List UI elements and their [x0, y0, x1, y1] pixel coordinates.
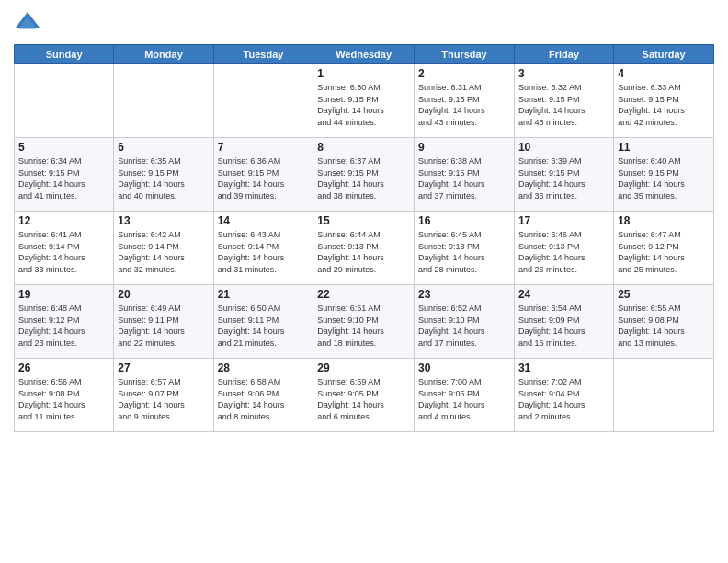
calendar-table: SundayMondayTuesdayWednesdayThursdayFrid…	[14, 44, 714, 432]
calendar-cell: 30Sunrise: 7:00 AM Sunset: 9:05 PM Dayli…	[414, 359, 514, 432]
day-number: 16	[418, 214, 510, 227]
day-info: Sunrise: 6:48 AM Sunset: 9:12 PM Dayligh…	[18, 303, 109, 349]
day-info: Sunrise: 6:38 AM Sunset: 9:15 PM Dayligh…	[418, 155, 510, 201]
day-info: Sunrise: 6:58 AM Sunset: 9:06 PM Dayligh…	[218, 376, 310, 422]
calendar-cell: 27Sunrise: 6:57 AM Sunset: 9:07 PM Dayli…	[114, 359, 213, 432]
day-number: 10	[518, 141, 609, 154]
day-number: 24	[518, 288, 609, 301]
logo-icon	[14, 9, 41, 37]
week-row-2: 5Sunrise: 6:34 AM Sunset: 9:15 PM Daylig…	[15, 138, 714, 212]
week-row-1: 1Sunrise: 6:30 AM Sunset: 9:15 PM Daylig…	[15, 64, 714, 138]
calendar-cell: 25Sunrise: 6:55 AM Sunset: 9:08 PM Dayli…	[614, 285, 714, 359]
week-row-5: 26Sunrise: 6:56 AM Sunset: 9:08 PM Dayli…	[15, 359, 714, 432]
day-number: 3	[518, 67, 609, 80]
day-info: Sunrise: 6:55 AM Sunset: 9:08 PM Dayligh…	[618, 303, 710, 349]
day-number: 7	[218, 141, 310, 154]
day-number: 22	[317, 288, 410, 301]
day-info: Sunrise: 6:44 AM Sunset: 9:13 PM Dayligh…	[317, 229, 410, 275]
day-number: 19	[18, 288, 109, 301]
day-info: Sunrise: 6:54 AM Sunset: 9:09 PM Dayligh…	[518, 303, 609, 349]
day-info: Sunrise: 6:47 AM Sunset: 9:12 PM Dayligh…	[618, 229, 710, 275]
day-info: Sunrise: 6:33 AM Sunset: 9:15 PM Dayligh…	[618, 82, 710, 128]
day-number: 27	[118, 362, 209, 374]
day-info: Sunrise: 6:56 AM Sunset: 9:08 PM Dayligh…	[18, 376, 109, 422]
calendar-cell: 7Sunrise: 6:36 AM Sunset: 9:15 PM Daylig…	[213, 138, 313, 212]
day-number: 8	[317, 141, 410, 154]
calendar-cell: 15Sunrise: 6:44 AM Sunset: 9:13 PM Dayli…	[313, 212, 415, 285]
day-info: Sunrise: 6:31 AM Sunset: 9:15 PM Dayligh…	[418, 82, 510, 128]
day-number: 5	[18, 141, 109, 154]
day-number: 21	[218, 288, 310, 301]
day-number: 14	[218, 214, 310, 227]
calendar-cell: 6Sunrise: 6:35 AM Sunset: 9:15 PM Daylig…	[114, 138, 213, 212]
day-info: Sunrise: 6:50 AM Sunset: 9:11 PM Dayligh…	[218, 303, 310, 349]
calendar-cell: 29Sunrise: 6:59 AM Sunset: 9:05 PM Dayli…	[313, 359, 415, 432]
weekday-header-sunday: Sunday	[15, 45, 114, 64]
calendar-cell: 24Sunrise: 6:54 AM Sunset: 9:09 PM Dayli…	[514, 285, 613, 359]
weekday-header-row: SundayMondayTuesdayWednesdayThursdayFrid…	[15, 45, 714, 64]
calendar-cell: 31Sunrise: 7:02 AM Sunset: 9:04 PM Dayli…	[514, 359, 613, 432]
day-info: Sunrise: 6:46 AM Sunset: 9:13 PM Dayligh…	[518, 229, 609, 275]
calendar-cell	[213, 64, 313, 138]
calendar-cell	[614, 359, 714, 432]
day-number: 9	[418, 141, 510, 154]
day-number: 2	[418, 67, 510, 80]
week-row-3: 12Sunrise: 6:41 AM Sunset: 9:14 PM Dayli…	[15, 212, 714, 285]
day-info: Sunrise: 7:00 AM Sunset: 9:05 PM Dayligh…	[418, 376, 510, 422]
day-number: 25	[618, 288, 710, 301]
weekday-header-wednesday: Wednesday	[313, 45, 415, 64]
logo	[14, 9, 44, 37]
calendar-cell: 2Sunrise: 6:31 AM Sunset: 9:15 PM Daylig…	[414, 64, 514, 138]
day-number: 1	[317, 67, 410, 80]
calendar-cell	[114, 64, 213, 138]
day-number: 15	[317, 214, 410, 227]
day-number: 29	[317, 362, 410, 374]
day-info: Sunrise: 6:45 AM Sunset: 9:13 PM Dayligh…	[418, 229, 510, 275]
day-number: 20	[118, 288, 209, 301]
calendar-cell: 8Sunrise: 6:37 AM Sunset: 9:15 PM Daylig…	[313, 138, 415, 212]
day-info: Sunrise: 6:36 AM Sunset: 9:15 PM Dayligh…	[218, 155, 310, 201]
calendar-cell: 23Sunrise: 6:52 AM Sunset: 9:10 PM Dayli…	[414, 285, 514, 359]
calendar-cell: 12Sunrise: 6:41 AM Sunset: 9:14 PM Dayli…	[15, 212, 114, 285]
calendar-cell: 26Sunrise: 6:56 AM Sunset: 9:08 PM Dayli…	[15, 359, 114, 432]
calendar-cell: 10Sunrise: 6:39 AM Sunset: 9:15 PM Dayli…	[514, 138, 613, 212]
day-number: 17	[518, 214, 609, 227]
header	[14, 9, 714, 37]
week-row-4: 19Sunrise: 6:48 AM Sunset: 9:12 PM Dayli…	[15, 285, 714, 359]
weekday-header-friday: Friday	[514, 45, 613, 64]
calendar-cell: 21Sunrise: 6:50 AM Sunset: 9:11 PM Dayli…	[213, 285, 313, 359]
day-info: Sunrise: 6:49 AM Sunset: 9:11 PM Dayligh…	[118, 303, 209, 349]
calendar-cell: 16Sunrise: 6:45 AM Sunset: 9:13 PM Dayli…	[414, 212, 514, 285]
calendar-cell: 20Sunrise: 6:49 AM Sunset: 9:11 PM Dayli…	[114, 285, 213, 359]
day-number: 23	[418, 288, 510, 301]
day-number: 28	[218, 362, 310, 374]
weekday-header-saturday: Saturday	[614, 45, 714, 64]
day-info: Sunrise: 6:35 AM Sunset: 9:15 PM Dayligh…	[118, 155, 209, 201]
calendar-cell: 14Sunrise: 6:43 AM Sunset: 9:14 PM Dayli…	[213, 212, 313, 285]
calendar-cell: 3Sunrise: 6:32 AM Sunset: 9:15 PM Daylig…	[514, 64, 613, 138]
day-info: Sunrise: 6:57 AM Sunset: 9:07 PM Dayligh…	[118, 376, 209, 422]
day-number: 6	[118, 141, 209, 154]
day-number: 12	[18, 214, 109, 227]
weekday-header-thursday: Thursday	[414, 45, 514, 64]
day-info: Sunrise: 6:41 AM Sunset: 9:14 PM Dayligh…	[18, 229, 109, 275]
calendar-cell: 11Sunrise: 6:40 AM Sunset: 9:15 PM Dayli…	[614, 138, 714, 212]
weekday-header-monday: Monday	[114, 45, 213, 64]
calendar-cell: 17Sunrise: 6:46 AM Sunset: 9:13 PM Dayli…	[514, 212, 613, 285]
day-info: Sunrise: 6:39 AM Sunset: 9:15 PM Dayligh…	[518, 155, 609, 201]
day-number: 13	[118, 214, 209, 227]
day-info: Sunrise: 6:37 AM Sunset: 9:15 PM Dayligh…	[317, 155, 410, 201]
calendar-cell: 1Sunrise: 6:30 AM Sunset: 9:15 PM Daylig…	[313, 64, 415, 138]
day-info: Sunrise: 6:32 AM Sunset: 9:15 PM Dayligh…	[518, 82, 609, 128]
day-number: 18	[618, 214, 710, 227]
day-info: Sunrise: 6:30 AM Sunset: 9:15 PM Dayligh…	[317, 82, 410, 128]
day-number: 4	[618, 67, 710, 80]
calendar-cell: 5Sunrise: 6:34 AM Sunset: 9:15 PM Daylig…	[15, 138, 114, 212]
calendar-cell: 19Sunrise: 6:48 AM Sunset: 9:12 PM Dayli…	[15, 285, 114, 359]
day-number: 31	[518, 362, 609, 374]
day-number: 26	[18, 362, 109, 374]
day-info: Sunrise: 6:42 AM Sunset: 9:14 PM Dayligh…	[118, 229, 209, 275]
calendar-cell: 22Sunrise: 6:51 AM Sunset: 9:10 PM Dayli…	[313, 285, 415, 359]
calendar-cell	[15, 64, 114, 138]
day-info: Sunrise: 6:59 AM Sunset: 9:05 PM Dayligh…	[317, 376, 410, 422]
